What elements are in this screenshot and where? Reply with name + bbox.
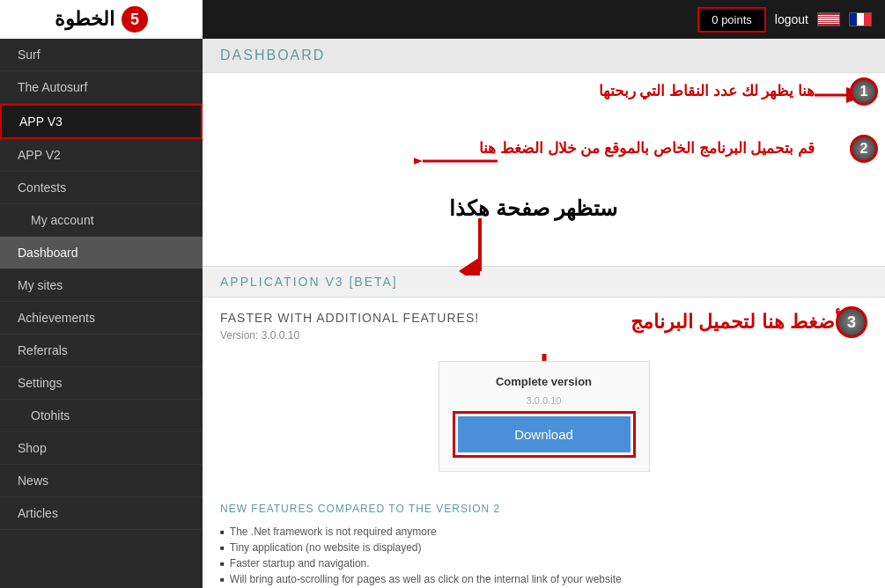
- sidebar-item-autosurf[interactable]: The Autosurf: [0, 71, 203, 104]
- content-area: DASHBOARD هنا يظهر لك عدد النقاط التي رب…: [203, 39, 885, 588]
- sidebar-item-articles[interactable]: Articles: [0, 497, 203, 530]
- dashboard-title: DASHBOARD: [220, 48, 325, 62]
- app-v3-section-header: APPLICATION V3 [BETA]: [203, 267, 885, 298]
- topbar-right: 0 points logout: [697, 7, 885, 33]
- download-area: FASTER WITH ADDITIONAL FEATURES! Version…: [203, 298, 885, 489]
- sidebar-item-shop[interactable]: Shop: [0, 432, 203, 465]
- sidebar-item-otohits[interactable]: Otohits: [0, 400, 203, 432]
- feature-item: Will bring auto-scrolling for pages as w…: [220, 571, 867, 587]
- features-section: NEW FEATURES COMPARED TO THE VERSION 2 T…: [203, 489, 885, 588]
- step-circle-2: 2: [850, 135, 878, 163]
- feature-item: Faster startup and navigation.: [220, 555, 867, 571]
- feature-item: Tiny application (no website is displaye…: [220, 540, 867, 555]
- annotation-area: هنا يظهر لك عدد النقاط التي ربحتها 1 قم …: [203, 73, 885, 267]
- logo-text: الخطوة: [55, 8, 114, 31]
- arrow-2-icon: [414, 148, 502, 174]
- sidebar-item-dashboard[interactable]: Dashboard: [0, 237, 203, 269]
- flag-fr-icon[interactable]: [849, 12, 872, 26]
- features-title: NEW FEATURES COMPARED TO THE VERSION 2: [220, 503, 867, 515]
- flag-us-icon[interactable]: [817, 12, 840, 26]
- version-text: Version: 3.0.0.10: [220, 329, 586, 342]
- sidebar-item-surf[interactable]: Surf: [0, 39, 203, 71]
- sidebar-item-contests[interactable]: Contests: [0, 172, 203, 204]
- logout-button[interactable]: logout: [775, 12, 808, 26]
- annotation-text-4: أضغط هنا لتحميل البرنامج: [603, 311, 867, 334]
- arrow-down-icon: [458, 214, 502, 276]
- app-v3-title: APPLICATION V3 [BETA]: [220, 275, 398, 289]
- sidebar-item-my-account[interactable]: My account: [0, 204, 203, 237]
- feature-item: The .Net framework is not required anymo…: [220, 524, 867, 540]
- sidebar-item-my-sites[interactable]: My sites: [0, 269, 203, 302]
- step-circle-1: 1: [850, 77, 878, 106]
- annotation-text-1: هنا يظهر لك عدد النقاط التي ربحتها: [599, 82, 815, 100]
- step-badge: 5: [122, 6, 148, 33]
- annotation-text-2: قم بتحميل البرنامج الخاص بالموقع من خلال…: [479, 139, 815, 158]
- dashboard-header: DASHBOARD: [203, 39, 885, 73]
- faster-text: FASTER WITH ADDITIONAL FEATURES!: [220, 311, 586, 325]
- download-box: Complete version 3.0.0.10 Download: [439, 361, 650, 472]
- points-button[interactable]: 0 points: [697, 7, 766, 33]
- sidebar-item-referrals[interactable]: Referrals: [0, 334, 203, 367]
- step-circle-3: 3: [836, 306, 867, 338]
- complete-version-label: Complete version: [453, 375, 636, 388]
- sidebar-item-achievements[interactable]: Achievements: [0, 302, 203, 334]
- features-list: The .Net framework is not required anymo…: [220, 524, 867, 588]
- sidebar-item-news[interactable]: News: [0, 465, 203, 497]
- download-button[interactable]: Download: [458, 416, 631, 452]
- sidebar-item-app-v2[interactable]: APP V2: [0, 139, 203, 172]
- sidebar: Surf The Autosurf APP V3 APP V2 Contests…: [0, 39, 203, 588]
- main-layout: Surf The Autosurf APP V3 APP V2 Contests…: [0, 39, 885, 588]
- sidebar-item-app-v3[interactable]: APP V3: [0, 104, 203, 139]
- logo: 5 الخطوة: [0, 0, 203, 39]
- sidebar-item-settings[interactable]: Settings: [0, 367, 203, 400]
- topbar: 5 الخطوة 0 points logout: [0, 0, 885, 39]
- download-btn-wrapper: Download: [453, 411, 636, 458]
